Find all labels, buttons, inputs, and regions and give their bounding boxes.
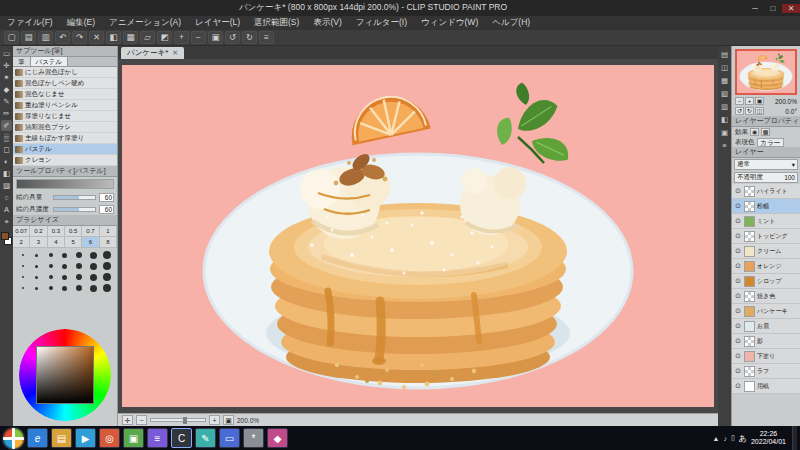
brush-size-cell[interactable]: 0.07	[13, 226, 30, 237]
nav-rotate-right-icon[interactable]: ↻	[745, 107, 754, 115]
subtool-item[interactable]: 主線もぼかす厚塗り	[13, 133, 117, 144]
brush-tip[interactable]	[87, 272, 100, 282]
layer-row[interactable]: ⊙ハイライト	[732, 184, 800, 199]
browser-icon[interactable]: ◎	[99, 428, 120, 448]
undo-button[interactable]: ↶	[55, 31, 70, 44]
brush-size-cell[interactable]: 4	[48, 237, 65, 248]
layer-row[interactable]: ⊙影	[732, 334, 800, 349]
navigator-thumbnail[interactable]	[737, 51, 795, 93]
menu-dock-icon[interactable]: ≡	[719, 140, 730, 151]
blend-tool-icon[interactable]: ◐	[1, 156, 12, 167]
brush-tip[interactable]	[101, 261, 114, 271]
subtool-item[interactable]: 厚塗りなじませ	[13, 111, 117, 122]
brush-tip[interactable]	[44, 283, 57, 293]
brush-size-cell[interactable]: 0.3	[48, 226, 65, 237]
slider-track[interactable]	[53, 195, 96, 200]
canvas-artwork[interactable]	[122, 65, 714, 407]
show-desktop-button[interactable]	[792, 426, 797, 450]
fill-button[interactable]: ◧	[106, 31, 121, 44]
brush-tip[interactable]	[87, 261, 100, 271]
delete-button[interactable]: ✕	[89, 31, 104, 44]
brush-tip[interactable]	[58, 250, 71, 260]
slider-track[interactable]	[53, 207, 96, 212]
saturation-value-square[interactable]	[36, 346, 94, 404]
redo-button[interactable]: ↷	[72, 31, 87, 44]
visibility-eye-icon[interactable]: ⊙	[734, 337, 742, 345]
zoom-in-button[interactable]: +	[174, 31, 189, 44]
figure-tool-icon[interactable]: ○	[1, 192, 12, 203]
nav-zoom-in-icon[interactable]: +	[745, 97, 754, 105]
new-button[interactable]: ▢	[4, 31, 19, 44]
navigator-dock-icon[interactable]: ▤	[719, 49, 730, 60]
visibility-eye-icon[interactable]: ⊙	[734, 292, 742, 300]
color-swatches[interactable]	[1, 232, 12, 246]
layer-dock-icon[interactable]: ▦	[719, 75, 730, 86]
brush-tip[interactable]	[73, 250, 86, 260]
brush-tip[interactable]	[101, 272, 114, 282]
magic-wand-tool-icon[interactable]: ✶	[1, 72, 12, 83]
brush-tip[interactable]	[58, 272, 71, 282]
close-button[interactable]: ✕	[782, 4, 800, 13]
brush-tip[interactable]	[30, 272, 43, 282]
brush-tip[interactable]	[44, 272, 57, 282]
visibility-eye-icon[interactable]: ⊙	[734, 262, 742, 270]
visibility-eye-icon[interactable]: ⊙	[734, 202, 742, 210]
brush-tip[interactable]	[44, 261, 57, 271]
blend-mode-select[interactable]: 通常 ▾	[734, 159, 798, 170]
nav-zoom-out-icon[interactable]: −	[735, 97, 744, 105]
menu-file[interactable]: ファイル(F)	[0, 17, 60, 29]
internet-explorer-icon[interactable]: e	[27, 428, 48, 448]
nav-rotate-left-icon[interactable]: ↺	[735, 107, 744, 115]
brush-tip[interactable]	[30, 250, 43, 260]
brush-size-cell[interactable]: 8	[100, 237, 117, 248]
brush-tip[interactable]	[58, 283, 71, 293]
zoom-slider[interactable]	[150, 418, 206, 422]
deselect-button[interactable]: ▱	[140, 31, 155, 44]
menu-layer[interactable]: レイヤー(L)	[188, 17, 247, 29]
brush-size-cell[interactable]: 0.7	[82, 226, 99, 237]
zoom-out-button[interactable]: −	[191, 31, 206, 44]
brush-tip[interactable]	[44, 250, 57, 260]
visibility-eye-icon[interactable]: ⊙	[734, 352, 742, 360]
subtool-item[interactable]: 混色なじませ	[13, 89, 117, 100]
menu-help[interactable]: ヘルプ(H)	[485, 17, 537, 29]
layer-row[interactable]: ⊙ミント	[732, 214, 800, 229]
info-dock-icon[interactable]: ◧	[719, 114, 730, 125]
invert-selection-button[interactable]: ◩	[157, 31, 172, 44]
history-dock-icon[interactable]: ▧	[719, 88, 730, 99]
brush-tip[interactable]	[73, 272, 86, 282]
brush-size-cell[interactable]: 3	[30, 237, 47, 248]
menu-filter[interactable]: フィルター(I)	[349, 17, 414, 29]
canvas-viewport[interactable]	[118, 59, 718, 413]
fit-screen-button[interactable]: ▣	[208, 31, 223, 44]
subtool-item[interactable]: にじみ混色ぼかし	[13, 67, 117, 78]
subtool-tab-brush[interactable]: 筆	[13, 57, 31, 66]
zoom-in-icon[interactable]: +	[209, 415, 220, 425]
layer-row[interactable]: ⊙用紙	[732, 379, 800, 394]
gradient-tool-icon[interactable]: ▨	[1, 180, 12, 191]
visibility-eye-icon[interactable]: ⊙	[734, 232, 742, 240]
layer-row[interactable]: ⊙焼き色	[732, 289, 800, 304]
brush-tip[interactable]	[16, 283, 29, 293]
photo-viewer-icon[interactable]: ▣	[123, 428, 144, 448]
layer-row[interactable]: ⊙クリーム	[732, 244, 800, 259]
paint-amount-slider[interactable]: 絵の具量 60	[13, 191, 117, 203]
brush-tip[interactable]	[30, 283, 43, 293]
paint-density-slider[interactable]: 絵の具濃度 60	[13, 203, 117, 215]
brush-tip[interactable]	[73, 261, 86, 271]
volume-icon[interactable]: ♪	[723, 435, 727, 442]
foreground-color-swatch[interactable]	[1, 232, 9, 240]
start-button[interactable]	[3, 428, 24, 449]
brush-size-cell-selected[interactable]: 6	[82, 237, 99, 248]
airbrush-tool-icon[interactable]: ▒	[1, 132, 12, 143]
eyedropper-tool-icon[interactable]: ◆	[1, 84, 12, 95]
visibility-eye-icon[interactable]: ⊙	[734, 247, 742, 255]
brush-size-cell[interactable]: 2	[13, 237, 30, 248]
nav-fit-icon[interactable]: ▣	[755, 97, 764, 105]
menu-selection[interactable]: 選択範囲(S)	[247, 17, 306, 29]
pencil-tool-icon[interactable]: ✏	[1, 108, 12, 119]
paint-tool-icon[interactable]: ✎	[195, 428, 216, 448]
hidden-icons-chevron[interactable]: ▲	[712, 435, 719, 442]
brush-tip[interactable]	[87, 250, 100, 260]
rotate-left-button[interactable]: ↺	[225, 31, 240, 44]
